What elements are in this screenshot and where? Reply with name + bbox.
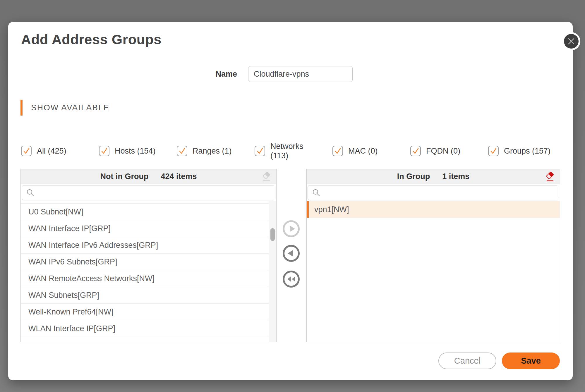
panel-title: In Group [397, 172, 430, 181]
clear-right-selection-button[interactable] [545, 171, 555, 182]
filter-checkbox-all[interactable]: All (425) [21, 137, 99, 165]
list-item[interactable]: U0 Subnet[NW] [21, 204, 269, 220]
list-item[interactable]: Well-Known Pref64[NW] [21, 304, 269, 320]
not-in-group-header: Not in Group 424 items [21, 169, 276, 184]
checkbox-checked-icon [21, 146, 32, 156]
search-icon [312, 188, 321, 197]
filter-checkbox-mac[interactable]: MAC (0) [332, 137, 410, 165]
filter-label: Groups (157) [504, 146, 550, 156]
checkbox-checked-icon [255, 146, 265, 156]
left-search-input[interactable] [38, 185, 275, 200]
filter-checkbox-fqdn[interactable]: FQDN (0) [410, 137, 488, 165]
eraser-icon [261, 171, 272, 182]
right-search-input[interactable] [324, 185, 559, 200]
page-title: Add Address Groups [21, 31, 162, 47]
list-item[interactable]: WAN Subnets[GRP] [21, 287, 269, 304]
filter-label: FQDN (0) [426, 146, 460, 156]
list-item[interactable]: WAN RemoteAccess Networks[NW] [21, 270, 269, 287]
scrollbar-track[interactable] [269, 201, 276, 342]
cancel-button[interactable]: Cancel [438, 353, 496, 369]
arrow-right-icon [282, 220, 300, 238]
panel-count: 424 items [161, 172, 197, 181]
checkbox-checked-icon [177, 146, 187, 156]
add-address-groups-dialog: Add Address Groups Name SHOW AVAILABLE A… [8, 22, 573, 380]
in-group-panel: In Group 1 items vpn1[NW] [306, 169, 560, 342]
partial-row [21, 201, 269, 204]
filter-label: MAC (0) [348, 146, 378, 156]
eraser-icon [545, 171, 555, 182]
move-all-left-button[interactable] [282, 270, 300, 288]
scrollbar-thumb[interactable] [270, 228, 275, 241]
arrow-left-icon [282, 245, 300, 262]
filter-label: Ranges (1) [193, 146, 232, 156]
save-button[interactable]: Save [502, 353, 560, 369]
in-group-list: vpn1[NW] [307, 201, 560, 342]
clear-left-selection-button[interactable] [261, 171, 272, 182]
filter-checkbox-networks[interactable]: Networks (113) [255, 137, 332, 165]
in-group-header: In Group 1 items [307, 169, 560, 184]
list-item[interactable]: WAN IPv6 Subnets[GRP] [21, 254, 269, 270]
checkbox-checked-icon [410, 146, 421, 156]
filter-checkbox-ranges[interactable]: Ranges (1) [177, 137, 255, 165]
list-item[interactable]: WAN Interface IPv6 Addresses[GRP] [21, 237, 269, 254]
not-in-group-panel: Not in Group 424 items U0 Subne [20, 169, 277, 342]
close-icon [567, 37, 575, 45]
name-label: Name [160, 66, 237, 82]
filter-checkbox-hosts[interactable]: Hosts (154) [99, 137, 177, 165]
search-icon [26, 188, 35, 197]
checkbox-checked-icon [332, 146, 343, 156]
checkbox-checked-icon [99, 146, 109, 156]
filter-label: Hosts (154) [115, 146, 156, 156]
filter-row: All (425) Hosts (154) Ranges (1) Network… [21, 137, 568, 165]
panel-count: 1 items [442, 172, 469, 181]
panel-title: Not in Group [100, 172, 148, 181]
list-item[interactable]: WLAN Interface IP[GRP] [21, 320, 269, 337]
section-accent-bar [20, 100, 23, 116]
section-label: SHOW AVAILABLE [31, 100, 109, 116]
filter-checkbox-groups[interactable]: Groups (157) [488, 137, 566, 165]
transfer-controls [276, 169, 306, 342]
list-item-selected[interactable]: vpn1[NW] [307, 201, 560, 218]
double-arrow-left-icon [282, 270, 300, 288]
move-left-button[interactable] [282, 245, 300, 262]
close-button[interactable] [564, 34, 579, 49]
move-right-button[interactable] [282, 220, 300, 238]
left-search-field [22, 185, 275, 200]
list-item[interactable]: WAN Interface IP[GRP] [21, 220, 269, 237]
name-input[interactable] [248, 66, 353, 82]
filter-label: All (425) [37, 146, 66, 156]
filter-label: Networks (113) [270, 142, 308, 160]
not-in-group-list: U0 Subnet[NW] WAN Interface IP[GRP] WAN … [21, 201, 276, 342]
checkbox-checked-icon [488, 146, 499, 156]
right-search-field [308, 185, 559, 200]
